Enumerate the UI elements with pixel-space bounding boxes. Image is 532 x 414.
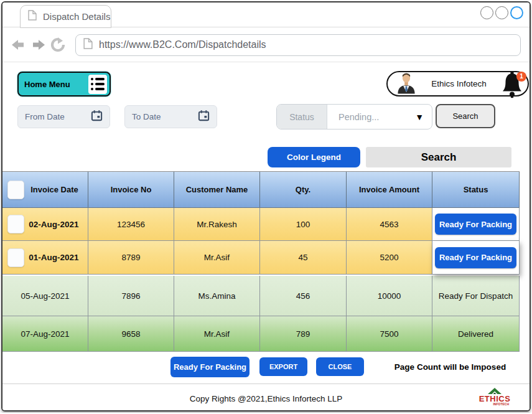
- from-date-placeholder: From Date: [25, 112, 65, 121]
- ready-for-packing-status-button[interactable]: Ready For Packing: [435, 214, 516, 235]
- dispatch-table: Invoice Date Invoice No Customer Name Qt…: [2, 171, 520, 352]
- ready-for-packing-status-button[interactable]: Ready For Packing: [435, 247, 516, 268]
- logo-subtext: INFOTECH: [493, 403, 509, 406]
- status-select[interactable]: Pending... ▼: [327, 105, 432, 129]
- hamburger-menu-icon: [88, 75, 107, 94]
- home-menu-label: Home Menu: [24, 80, 70, 89]
- column-header-invoice-date: Invoice Date: [2, 172, 88, 207]
- customer-name-cell: Ms.Amina: [174, 276, 260, 316]
- search-button[interactable]: Search: [436, 104, 495, 128]
- table-row: 02-Aug-2021 123456 Mr.Rakesh 100 4563 Re…: [2, 208, 520, 241]
- color-legend-button[interactable]: Color Legend: [268, 147, 360, 167]
- browser-window: Dispatch Details https://www.B2C.Com/Dis…: [1, 1, 531, 412]
- status-cell: Ready For Dispatch: [432, 276, 520, 316]
- notification-bell-icon[interactable]: 1: [502, 70, 526, 100]
- account-pill[interactable]: Ethics Infotech 1: [386, 71, 529, 96]
- column-header-status: Status: [432, 172, 520, 207]
- invoice-no-cell: 8789: [88, 241, 174, 275]
- export-button[interactable]: EXPORT: [259, 357, 307, 376]
- home-menu-button[interactable]: Home Menu: [17, 72, 111, 96]
- tab-bar: Dispatch Details: [2, 2, 530, 27]
- customer-name-cell: Mr.Asif: [174, 316, 260, 352]
- invoice-amount-cell: 4563: [347, 208, 432, 241]
- from-date-input[interactable]: From Date: [17, 105, 110, 128]
- url-text: https://www.B2C.Com/Dispatchdetails: [99, 39, 266, 50]
- customer-name-cell: Mr.Rakesh: [174, 208, 260, 241]
- window-control-3[interactable]: [510, 6, 523, 19]
- table-row: 07-Aug-2021 9658 Mr.Asif 789 7500 Delive…: [2, 316, 520, 352]
- to-date-placeholder: To Date: [132, 112, 161, 121]
- window-control-1[interactable]: [480, 6, 493, 19]
- navigation-bar: https://www.B2C.Com/Dispatchdetails: [2, 28, 530, 62]
- qty-cell: 456: [260, 276, 347, 316]
- status-dropdown: Status Pending... ▼: [276, 104, 432, 129]
- column-header-qty: Qty.: [260, 172, 347, 207]
- invoice-no-cell: 7896: [88, 276, 174, 316]
- url-bar[interactable]: https://www.B2C.Com/Dispatchdetails: [75, 34, 521, 56]
- row-checkbox[interactable]: [7, 248, 24, 267]
- invoice-date-cell: 07-Aug-2021: [2, 316, 88, 352]
- table-row: 05-Aug-2021 7896 Ms.Amina 456 10000 Read…: [2, 276, 520, 316]
- window-control-2[interactable]: [495, 6, 508, 19]
- qty-cell: 45: [260, 241, 347, 275]
- qty-cell: 100: [260, 208, 347, 241]
- url-page-icon: [83, 38, 93, 52]
- notification-badge: 1: [516, 72, 526, 82]
- calendar-icon: [91, 110, 103, 124]
- table-header-row: Invoice Date Invoice No Customer Name Qt…: [2, 171, 520, 208]
- browser-tab[interactable]: Dispatch Details: [20, 5, 111, 28]
- search-bar[interactable]: Search: [366, 147, 511, 167]
- column-header-invoice-amount: Invoice Amount: [347, 172, 432, 207]
- status-cell: Delivered: [432, 316, 520, 352]
- status-cell: Ready For Packing: [432, 241, 520, 275]
- customer-name-cell: Mr.Asif: [174, 241, 260, 275]
- footer: Copy Rights @2021,Ethics Infortech LLP E…: [2, 383, 530, 410]
- calendar-icon: [198, 110, 210, 124]
- invoice-date-cell: 01-Aug-2021: [2, 241, 88, 275]
- invoice-date-cell: 05-Aug-2021: [2, 276, 88, 316]
- status-cell: Ready For Packing: [432, 208, 520, 241]
- invoice-date-cell: 02-Aug-2021: [2, 208, 88, 241]
- qty-cell: 789: [260, 316, 347, 352]
- forward-icon[interactable]: [30, 39, 45, 50]
- avatar: [396, 72, 416, 96]
- select-all-checkbox[interactable]: [7, 181, 24, 199]
- chevron-down-icon: ▼: [415, 112, 424, 122]
- status-label: Status: [277, 105, 327, 129]
- invoice-amount-cell: 10000: [347, 276, 432, 316]
- table-row: 01-Aug-2021 8789 Mr.Asif 45 5200 Ready F…: [2, 241, 520, 275]
- back-icon[interactable]: [11, 39, 26, 50]
- copyright-text: Copy Rights @2021,Ethics Infortech LLP: [2, 394, 530, 403]
- to-date-input[interactable]: To Date: [124, 105, 217, 128]
- status-selected-value: Pending...: [338, 112, 379, 122]
- tab-title: Dispatch Details: [43, 11, 110, 22]
- close-button[interactable]: CLOSE: [316, 357, 364, 376]
- page-count-note: Page Count will be Imposed: [386, 357, 514, 376]
- ready-for-packing-button[interactable]: Ready For Packing: [170, 357, 250, 377]
- invoice-no-cell: 9658: [88, 316, 174, 352]
- column-header-customer-name: Customer Name: [174, 172, 260, 207]
- ethics-logo: ETHICS INFOTECH: [478, 387, 511, 406]
- page-icon: [28, 10, 37, 23]
- invoice-no-cell: 123456: [88, 208, 174, 241]
- account-name: Ethics Infotech: [416, 79, 502, 88]
- row-checkbox[interactable]: [7, 215, 24, 233]
- refresh-icon[interactable]: [50, 37, 66, 52]
- window-controls: [480, 6, 523, 19]
- column-header-invoice-no: Invoice No: [88, 172, 174, 207]
- invoice-amount-cell: 7500: [347, 316, 432, 352]
- invoice-amount-cell: 5200: [347, 241, 432, 275]
